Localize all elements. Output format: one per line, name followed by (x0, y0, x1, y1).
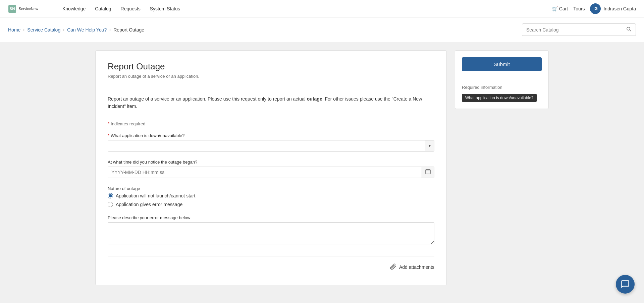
radio-will-not-launch-input[interactable] (108, 193, 113, 198)
nature-outage-label-text: Nature of outage (108, 186, 140, 191)
application-required-star: * (108, 133, 109, 138)
breadcrumb-service-catalog[interactable]: Service Catalog (27, 27, 60, 33)
nature-outage-radio-group: Application will not launch/cannot start… (108, 193, 434, 207)
side-divider (462, 78, 542, 78)
user-menu[interactable]: IG Indrasen Gupta (590, 3, 636, 14)
nav-link-knowledge[interactable]: Knowledge (62, 6, 86, 11)
radio-will-not-launch-label: Application will not launch/cannot start (116, 193, 195, 198)
attachments-label: Add attachments (399, 264, 434, 270)
nav-link-requests[interactable]: Requests (121, 6, 141, 11)
svg-rect-5 (426, 170, 430, 174)
side-panel: Submit Required information What applica… (455, 50, 549, 285)
svg-text:SN: SN (10, 6, 15, 10)
logo[interactable]: SN ServiceNow (8, 3, 52, 14)
required-note: * Indicates required (108, 121, 434, 126)
outage-time-label-text: At what time did you notice the outage b… (108, 160, 197, 165)
user-initials: IG (593, 6, 598, 11)
side-card: Submit Required information What applica… (455, 50, 549, 109)
breadcrumb-current: Report Outage (113, 27, 144, 33)
outage-time-input[interactable] (108, 167, 422, 178)
form-subtitle: Report an outage of a service or an appl… (108, 74, 434, 79)
breadcrumb-bar: Home › Service Catalog › Can We Help You… (0, 17, 644, 42)
application-select-arrow[interactable]: ▾ (425, 140, 434, 151)
nav-link-tours[interactable]: Tours (573, 6, 585, 11)
calendar-icon (425, 169, 431, 175)
application-select[interactable] (108, 140, 425, 151)
application-field-group: * What application is down/unavailable? … (108, 133, 434, 152)
breadcrumb-sep-2: › (63, 27, 64, 32)
breadcrumb-sep-3: › (109, 27, 111, 32)
required-info-title: Required information (462, 85, 542, 90)
nav-links: Knowledge Catalog Requests System Status (62, 6, 180, 11)
breadcrumb-can-we-help[interactable]: Can We Help You? (67, 27, 107, 33)
chat-icon (621, 280, 630, 289)
outage-time-label: At what time did you notice the outage b… (108, 160, 434, 165)
breadcrumb-sep-1: › (23, 27, 24, 32)
application-label-text: What application is down/unavailable? (111, 133, 184, 138)
submit-button[interactable]: Submit (462, 57, 542, 71)
form-title: Report Outage (108, 61, 434, 72)
nature-outage-label: Nature of outage (108, 186, 434, 191)
cart-label: Cart (559, 6, 568, 11)
error-description-label: Please describe your error message below (108, 215, 434, 220)
search-icon (626, 26, 632, 33)
servicenow-logo-svg: SN ServiceNow (8, 3, 52, 14)
application-label: * What application is down/unavailable? (108, 133, 434, 138)
cart-icon: 🛒 (552, 6, 558, 11)
top-nav: SN ServiceNow Knowledge Catalog Requests… (0, 0, 644, 17)
outage-time-field-group: At what time did you notice the outage b… (108, 160, 434, 178)
svg-text:ServiceNow: ServiceNow (19, 7, 38, 11)
section-divider-1 (108, 87, 434, 87)
radio-error-message[interactable]: Application gives error message (108, 202, 434, 207)
chevron-down-icon: ▾ (429, 143, 431, 148)
outage-time-input-wrap (108, 167, 434, 178)
form-description-bold: outage (307, 96, 322, 102)
breadcrumb-home[interactable]: Home (8, 27, 20, 33)
breadcrumb: Home › Service Catalog › Can We Help You… (8, 27, 144, 33)
error-description-field-group: Please describe your error message below (108, 215, 434, 245)
attachment-icon (390, 263, 396, 271)
attachments-bar[interactable]: Add attachments (108, 256, 434, 271)
form-description-part1: Report an outage of a service or an appl… (108, 96, 307, 102)
chat-bubble[interactable] (616, 275, 635, 293)
radio-error-message-label: Application gives error message (116, 202, 182, 207)
search-bar (522, 23, 636, 36)
search-input[interactable] (522, 24, 622, 35)
required-info-tooltip: What application is down/unavailable? (462, 94, 537, 102)
radio-will-not-launch[interactable]: Application will not launch/cannot start (108, 193, 434, 198)
required-star: * (108, 121, 109, 126)
required-note-text: Indicates required (111, 121, 145, 126)
search-button[interactable] (622, 24, 636, 36)
svg-line-4 (630, 30, 631, 31)
user-avatar: IG (590, 3, 601, 14)
radio-error-message-input[interactable] (108, 202, 113, 207)
application-select-wrap: ▾ (108, 140, 434, 152)
calendar-button[interactable] (422, 167, 434, 178)
error-description-textarea[interactable] (108, 222, 434, 244)
nav-right: 🛒 Cart Tours IG Indrasen Gupta (552, 3, 636, 14)
user-name: Indrasen Gupta (603, 6, 636, 11)
nature-outage-field-group: Nature of outage Application will not la… (108, 186, 434, 207)
form-description: Report an outage of a service or an appl… (108, 95, 434, 110)
nav-link-catalog[interactable]: Catalog (95, 6, 111, 11)
error-description-label-text: Please describe your error message below (108, 215, 190, 220)
nav-link-system-status[interactable]: System Status (150, 6, 180, 11)
form-panel: Report Outage Report an outage of a serv… (95, 50, 447, 285)
main-content: Report Outage Report an outage of a serv… (87, 42, 557, 293)
nav-left: SN ServiceNow Knowledge Catalog Requests… (8, 3, 180, 14)
cart-link[interactable]: 🛒 Cart (552, 6, 568, 11)
